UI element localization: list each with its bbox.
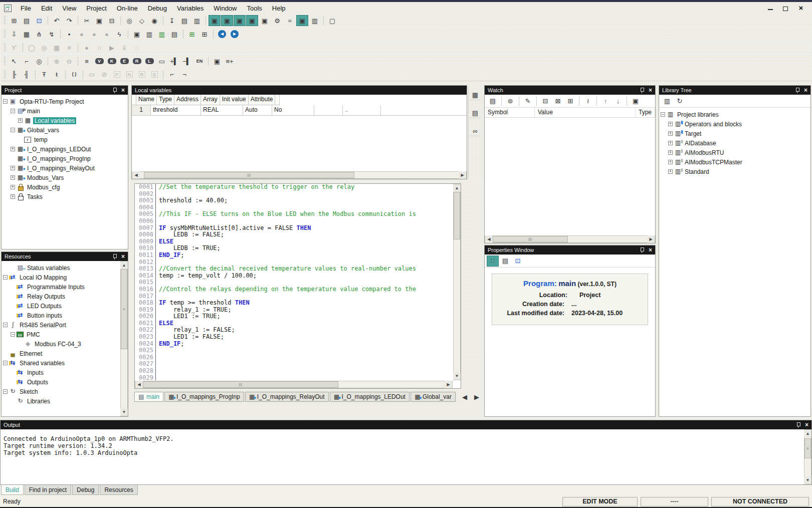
code-editor[interactable]: 0001//Set the temperature theshold to tr…: [134, 183, 461, 389]
tree-expand-toggle[interactable]: +: [11, 166, 15, 170]
code-line[interactable]: 0002: [135, 191, 453, 198]
tree-item[interactable]: Button inputs: [2, 311, 120, 320]
column-header[interactable]: Attribute: [249, 95, 276, 105]
scrollbar-thumb[interactable]: [454, 192, 460, 239]
zoom-tool-button[interactable]: ◎: [33, 56, 45, 67]
tree-item[interactable]: Outputs: [2, 377, 120, 387]
fullscreen-button[interactable]: ▢: [326, 15, 338, 26]
menu-item[interactable]: File: [16, 4, 36, 13]
scrollbar-thumb[interactable]: ≡: [121, 269, 127, 349]
toggle-library-window-button[interactable]: ▣: [234, 15, 246, 26]
auto-connect-button[interactable]: ≡+: [224, 56, 236, 67]
code-line[interactable]: 0003threshold := 40.00;: [135, 197, 453, 204]
add-comment-button[interactable]: ▭: [156, 56, 168, 67]
toggle-enable-pin-button[interactable]: EN: [193, 56, 206, 67]
minimize-icon[interactable]: [767, 5, 775, 12]
tree-item[interactable]: + Modbus_cfg: [2, 182, 128, 192]
cut-button[interactable]: ✂: [81, 15, 93, 26]
code-line[interactable]: 0029: [135, 375, 453, 380]
insert-branch-button[interactable]: ⌐: [166, 69, 178, 80]
toggle-project-window-button[interactable]: ▣: [209, 15, 221, 26]
output-log[interactable]: Connected to ArduinoOpta_1p0 on ARMThumb…: [1, 429, 811, 484]
toggle-code-window-button[interactable]: ▣: [221, 15, 233, 26]
tree-item[interactable]: Inputs: [2, 368, 120, 377]
close-icon[interactable]: ×: [797, 5, 805, 12]
tree-item[interactable]: + I_O_mappings_RelayOut: [2, 163, 128, 173]
close-icon[interactable]: ×: [121, 254, 125, 259]
output-tab[interactable]: Build: [1, 485, 24, 495]
scroll-left-icon[interactable]: ◀: [135, 381, 143, 388]
insert-contact-bottom-button[interactable]: ŧ: [51, 69, 63, 80]
code-line[interactable]: 0006: [135, 218, 453, 225]
scroll-up-icon[interactable]: ▲: [804, 430, 811, 437]
hot-restart-button[interactable]: ϟ: [113, 29, 125, 40]
code-line[interactable]: 0007IF sysMbMRtuNetList[0].active = FALS…: [135, 225, 453, 232]
add-network-button[interactable]: ≡: [81, 56, 93, 67]
column-header[interactable]: Type: [157, 95, 174, 105]
scroll-down-icon[interactable]: ▼: [453, 372, 461, 380]
print-preview-button[interactable]: ▥: [191, 15, 203, 26]
source-browser-button[interactable]: ▣: [131, 29, 143, 40]
tree-item[interactable]: + AIModbusRTU: [659, 148, 810, 157]
tree-expand-toggle[interactable]: +: [668, 169, 673, 174]
import-objects-button[interactable]: ↧: [166, 15, 178, 26]
tree-expand-toggle[interactable]: +: [668, 141, 673, 145]
scrollbar-track[interactable]: ⫾⫾: [143, 381, 445, 388]
menu-item[interactable]: Variables: [172, 4, 209, 13]
tabs-scroll-left-button[interactable]: ◀: [459, 391, 471, 402]
scroll-right-icon[interactable]: ▶: [445, 381, 452, 388]
insert-parentheses-button[interactable]: ( ): [68, 69, 80, 80]
scroll-right-icon[interactable]: ▶: [647, 235, 655, 243]
insert-wire-button[interactable]: ¬: [178, 69, 190, 80]
column-header[interactable]: Address: [174, 95, 201, 105]
column-header[interactable]: [275, 95, 280, 105]
find-next-button[interactable]: ◇: [136, 15, 148, 26]
toggle-output-window-button[interactable]: ▣: [259, 15, 271, 26]
select-tool-button[interactable]: ↖: [8, 56, 20, 67]
column-header[interactable]: Type: [636, 108, 655, 117]
tree-expand-toggle[interactable]: +: [18, 118, 23, 123]
column-header[interactable]: Name: [136, 95, 157, 105]
code-line[interactable]: 0021ELSE: [135, 320, 453, 327]
menu-item[interactable]: Help: [267, 4, 291, 13]
open-project-button[interactable]: ▤: [21, 15, 33, 26]
scrollbar-track[interactable]: [454, 192, 460, 372]
editor-tab[interactable]: I_O_mappings_LEDOut: [330, 392, 410, 402]
code-line[interactable]: 0001//Set the temperature theshold to tr…: [135, 184, 453, 191]
code-line[interactable]: 0027: [135, 361, 453, 368]
tree-item[interactable]: Libraries: [2, 396, 120, 406]
scroll-up-icon[interactable]: ▲: [120, 262, 128, 269]
insert-contact-top-button[interactable]: Ŧ: [38, 69, 50, 80]
tree-expand-toggle[interactable]: +: [11, 194, 15, 199]
code-line[interactable]: 0028: [135, 368, 453, 375]
close-icon[interactable]: ×: [804, 88, 807, 93]
menu-item[interactable]: On-line: [112, 4, 143, 13]
pin-icon[interactable]: [795, 87, 800, 93]
output-tab[interactable]: Debug: [72, 485, 99, 495]
row-number-cell[interactable]: 1: [132, 105, 151, 116]
scroll-up-icon[interactable]: ▲: [453, 184, 461, 192]
clear-watch-button[interactable]: ≀: [582, 96, 594, 107]
save-watch-list-button[interactable]: ⊟: [539, 96, 551, 107]
print-button[interactable]: ▤: [178, 15, 190, 26]
tree-item[interactable]: − Local IO Mapping: [2, 273, 120, 282]
tree-item[interactable]: Relay Outputs: [2, 292, 120, 301]
tree-item[interactable]: + I_O_mappings_LEDOut: [2, 144, 128, 154]
tree-expand-toggle[interactable]: −: [11, 332, 15, 337]
record-watch-button[interactable]: ⊚: [504, 96, 516, 107]
pin-icon[interactable]: [640, 87, 645, 93]
pin-icon[interactable]: [796, 422, 801, 428]
tree-item[interactable]: − Opta-RTU-Temp Project: [2, 97, 128, 106]
code-line[interactable]: 0014temp := temp_volt / 100.00;: [135, 273, 453, 280]
increase-pins-button[interactable]: +▍: [168, 56, 180, 67]
tree-item[interactable]: temp: [2, 135, 128, 144]
close-icon[interactable]: ×: [649, 88, 652, 93]
table-row[interactable]: 1 threshold REAL Auto No ..: [132, 105, 467, 116]
tree-item[interactable]: + AIModbusTCPMaster: [659, 157, 810, 167]
tree-expand-toggle[interactable]: +: [668, 131, 673, 136]
insert-contact-after-button[interactable]: ╢: [21, 69, 33, 80]
tree-item[interactable]: Status variables: [2, 263, 120, 273]
code-line[interactable]: 0008 LEDB := FALSE;: [135, 231, 453, 238]
tree-expand-toggle[interactable]: −: [3, 361, 8, 365]
code-line[interactable]: 0018IF temp >= threshold THEN: [135, 300, 453, 307]
